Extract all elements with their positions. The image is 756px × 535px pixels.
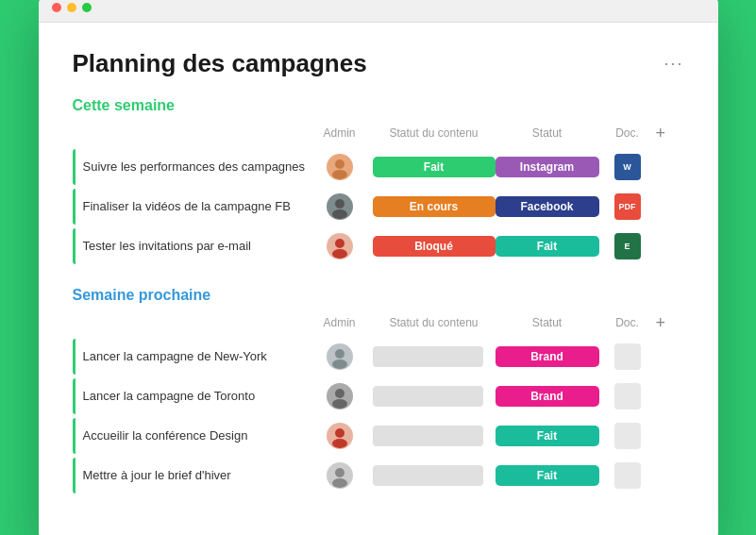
task-name: Mettre à jour le brief d'hiver — [83, 468, 307, 482]
th-content-2: Statut du contenu — [373, 316, 496, 329]
th-add-1: + — [656, 124, 684, 143]
doc-empty-icon — [614, 462, 641, 489]
task-name: Finaliser la vidéos de la campagne FB — [83, 199, 307, 213]
doc-icon-container: PDF — [599, 193, 656, 220]
doc-icon-container: E — [599, 233, 656, 259]
status-content-badge: Fait — [373, 157, 496, 177]
task-name: Accueilir la conférence Design — [83, 428, 307, 443]
th-admin-1: Admin — [307, 126, 373, 140]
add-row-button-1[interactable]: + — [656, 124, 666, 143]
statut-badge: Fait — [496, 426, 599, 446]
th-statut-2: Statut — [496, 316, 599, 329]
statut-badge: Brand — [496, 386, 599, 407]
statut-badge: Brand — [496, 346, 599, 367]
avatar-icon — [327, 462, 353, 489]
badge-fait: Fait — [373, 157, 496, 177]
svg-point-1 — [332, 170, 347, 179]
doc-icon-container — [599, 383, 656, 410]
th-admin-2: Admin — [307, 316, 373, 329]
add-row-button-2[interactable]: + — [656, 313, 666, 333]
badge-instagram: Instagram — [496, 157, 599, 177]
svg-point-12 — [335, 468, 344, 477]
badge-facebook: Facebook — [496, 196, 599, 217]
statut-badge: Facebook — [496, 196, 599, 217]
th-doc-2: Doc. — [599, 316, 656, 329]
badge-encours: En cours — [373, 196, 496, 217]
svg-point-3 — [332, 209, 347, 219]
svg-point-7 — [332, 359, 347, 369]
section-title-next-week: Semaine prochaine — [73, 287, 684, 304]
status-content-badge: En cours — [373, 196, 496, 217]
svg-point-5 — [332, 249, 347, 259]
table-header-this-week: Admin Statut du contenu Statut Doc. + — [73, 124, 684, 147]
admin-avatar — [307, 423, 373, 449]
main-content: Planning des campagnes ··· Cette semaine… — [39, 23, 718, 536]
badge-fait-4: Fait — [496, 465, 599, 486]
fullscreen-dot[interactable] — [82, 3, 92, 12]
close-dot[interactable] — [52, 3, 61, 12]
table-header-next-week: Admin Statut du contenu Statut Doc. + — [73, 313, 684, 337]
section-this-week: Cette semaine Admin Statut du contenu St… — [73, 97, 684, 264]
page-header: Planning des campagnes ··· — [73, 49, 684, 78]
admin-avatar — [307, 462, 373, 489]
svg-point-8 — [335, 389, 344, 398]
svg-point-13 — [332, 478, 347, 488]
avatar-icon — [327, 193, 353, 220]
table-row: Finaliser la vidéos de la campagne FB En… — [73, 189, 684, 225]
th-statut-1: Statut — [496, 126, 599, 140]
doc-icon-container — [599, 462, 656, 489]
th-add-2: + — [656, 313, 684, 333]
status-content-empty — [373, 426, 496, 446]
minimize-dot[interactable] — [67, 3, 76, 12]
avatar-icon — [327, 423, 353, 449]
doc-empty-icon — [614, 343, 641, 370]
doc-icon-container — [599, 423, 656, 449]
table-row: Suivre les performances des campagnes Fa… — [73, 149, 684, 185]
avatar-icon — [327, 233, 353, 259]
statut-badge: Fait — [496, 465, 599, 486]
admin-avatar — [307, 233, 373, 259]
admin-avatar — [307, 154, 373, 180]
table-row: Lancer la campagne de Toronto Brand — [73, 378, 684, 414]
more-button[interactable]: ··· — [664, 54, 683, 74]
badge-brand-2: Brand — [496, 386, 599, 407]
doc-icon-container — [599, 343, 656, 370]
task-name: Lancer la campagne de Toronto — [83, 389, 307, 403]
statut-badge: Fait — [496, 236, 599, 257]
task-name: Suivre les performances des campagnes — [83, 159, 307, 174]
section-title-this-week: Cette semaine — [73, 97, 684, 114]
word-icon: W — [614, 154, 641, 180]
th-doc-1: Doc. — [599, 126, 656, 140]
admin-avatar — [307, 383, 373, 410]
badge-fait-3: Fait — [496, 426, 599, 446]
badge-fait-2: Fait — [496, 236, 599, 257]
th-content-1: Statut du contenu — [373, 126, 496, 140]
svg-point-9 — [332, 399, 347, 409]
task-name: Tester les invitations par e-mail — [83, 239, 307, 253]
svg-point-11 — [332, 439, 347, 448]
table-row: Tester les invitations par e-mail Bloqué… — [73, 228, 684, 264]
excel-icon: E — [614, 233, 641, 259]
statut-badge: Instagram — [496, 157, 599, 177]
avatar-icon — [327, 343, 353, 370]
avatar-icon — [327, 154, 353, 180]
section-next-week: Semaine prochaine Admin Statut du conten… — [73, 287, 684, 493]
titlebar — [39, 0, 718, 23]
admin-avatar — [307, 193, 373, 220]
svg-point-10 — [335, 428, 344, 438]
doc-empty-icon — [614, 423, 641, 449]
pdf-icon: PDF — [614, 193, 641, 220]
table-row: Accueilir la conférence Design Fait — [73, 418, 684, 454]
task-name: Lancer la campagne de New-York — [83, 349, 307, 363]
svg-point-0 — [335, 159, 344, 169]
table-row: Mettre à jour le brief d'hiver Fait — [73, 458, 684, 493]
badge-bloque: Bloqué — [373, 236, 496, 257]
svg-point-4 — [335, 239, 344, 248]
doc-empty-icon — [614, 383, 641, 410]
status-content-badge: Bloqué — [373, 236, 496, 257]
badge-brand-1: Brand — [496, 346, 599, 367]
page-title: Planning des campagnes — [73, 49, 367, 78]
app-window: Planning des campagnes ··· Cette semaine… — [39, 0, 718, 535]
status-content-empty — [373, 386, 496, 407]
svg-point-2 — [335, 199, 344, 209]
